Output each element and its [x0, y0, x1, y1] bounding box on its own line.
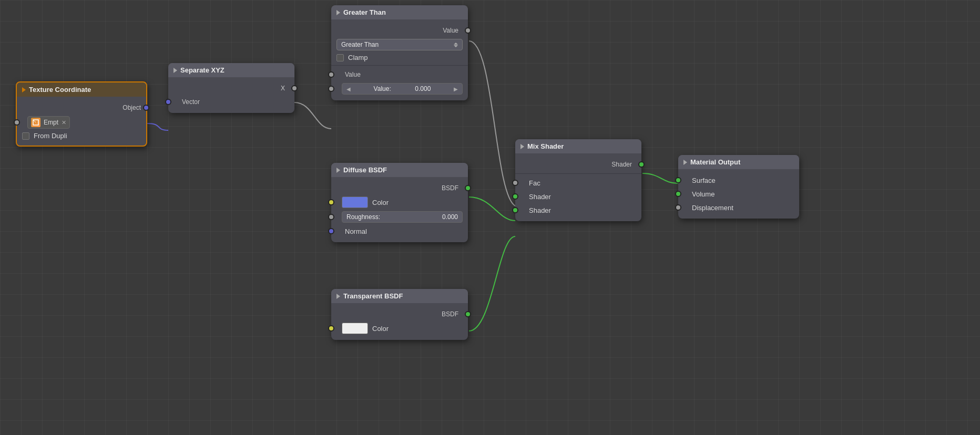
mix-shader-node: Mix Shader Shader Fac Shader Shader — [515, 139, 641, 221]
greater-than-title: Greater Than — [343, 8, 386, 16]
collapse-icon[interactable] — [173, 68, 177, 73]
collapse-icon[interactable] — [336, 168, 340, 173]
shader1-label: Shader — [529, 193, 551, 201]
arrow-down-icon — [454, 45, 458, 47]
normal-socket[interactable] — [328, 228, 334, 234]
input-vector-label: Vector — [182, 98, 289, 106]
output-value-row: Value — [331, 24, 468, 37]
collapse-icon[interactable] — [520, 144, 524, 149]
input-value-row: Value — [331, 68, 468, 81]
output-value-label: Value — [336, 27, 458, 34]
diffuse-bsdf-body: BSDF Color Roughness: 0.000 Normal — [331, 177, 468, 242]
from-dupli-label: From Dupli — [34, 132, 67, 140]
dropdown-label: Greater Than — [341, 41, 379, 48]
roughness-value: 0.000 — [442, 213, 458, 221]
diffuse-bsdf-header: Diffuse BSDF — [331, 163, 468, 177]
object-field[interactable]: Empt ✕ — [27, 116, 70, 129]
transparent-bsdf-title: Transparent BSDF — [343, 292, 403, 300]
output-bsdf-row: BSDF — [331, 181, 468, 195]
output-object-label: Object — [22, 104, 141, 111]
from-dupli-checkbox[interactable] — [22, 132, 29, 140]
value-field-socket[interactable] — [328, 86, 334, 92]
transparent-bsdf-body: BSDF Color — [331, 303, 468, 340]
displacement-socket[interactable] — [675, 204, 681, 211]
displacement-label: Displacement — [692, 204, 733, 212]
output-object-socket[interactable] — [143, 105, 149, 111]
output-bsdf-socket[interactable] — [465, 311, 471, 317]
value-field-row: ◀ Value: 0.000 ▶ — [331, 81, 468, 96]
operation-dropdown[interactable]: Greater Than — [336, 39, 463, 50]
separate-xyz-title: Separate XYZ — [180, 66, 224, 74]
material-output-title: Material Output — [690, 158, 740, 166]
object-icon — [31, 118, 40, 127]
roughness-socket[interactable] — [328, 214, 334, 220]
from-dupli-row: From Dupli — [17, 130, 146, 141]
object-clear-button[interactable]: ✕ — [62, 119, 66, 126]
transparent-bsdf-header: Transparent BSDF — [331, 289, 468, 303]
mix-shader-header: Mix Shader — [515, 139, 641, 153]
shader1-socket[interactable] — [512, 193, 518, 200]
color-label: Color — [372, 199, 389, 206]
diffuse-bsdf-node: Diffuse BSDF BSDF Color Roughness: 0.000… — [331, 163, 468, 242]
shader2-socket[interactable] — [512, 207, 518, 213]
mix-shader-body: Shader Fac Shader Shader — [515, 153, 641, 221]
surface-row: Surface — [678, 173, 799, 187]
output-bsdf-row: BSDF — [331, 307, 468, 321]
roughness-row: Roughness: 0.000 — [331, 210, 468, 224]
surface-label: Surface — [692, 177, 716, 184]
color-label: Color — [372, 325, 389, 333]
output-shader-row: Shader — [515, 158, 641, 171]
dropdown-arrows — [454, 43, 458, 47]
clamp-checkbox[interactable] — [336, 54, 344, 61]
value-field[interactable]: ◀ Value: 0.000 ▶ — [342, 83, 463, 95]
volume-socket[interactable] — [675, 191, 681, 197]
diffuse-bsdf-title: Diffuse BSDF — [343, 166, 387, 174]
greater-than-node: Greater Than Value Greater Than Clamp Va… — [331, 5, 468, 100]
fac-row: Fac — [515, 176, 641, 190]
collapse-icon[interactable] — [683, 160, 687, 165]
shader1-row: Shader — [515, 190, 641, 203]
clamp-label: Clamp — [348, 54, 368, 61]
color-swatch[interactable] — [342, 196, 368, 208]
displacement-row: Displacement — [678, 201, 799, 214]
arrow-up-icon — [454, 43, 458, 45]
color-swatch[interactable] — [342, 323, 368, 334]
surface-socket[interactable] — [675, 177, 681, 183]
output-x-label: X — [173, 85, 285, 92]
color-socket[interactable] — [328, 199, 334, 205]
output-shader-label: Shader — [520, 161, 632, 168]
shader2-label: Shader — [529, 206, 551, 214]
fac-label: Fac — [529, 179, 540, 187]
volume-label: Volume — [692, 190, 714, 198]
divider — [331, 65, 468, 66]
output-value-socket[interactable] — [465, 27, 471, 34]
dropdown-row: Greater Than — [331, 37, 468, 52]
value-field-label: Value: — [374, 85, 391, 92]
color-socket[interactable] — [328, 325, 334, 332]
output-bsdf-socket[interactable] — [465, 185, 471, 191]
collapse-icon[interactable] — [336, 10, 340, 15]
output-shader-socket[interactable] — [638, 161, 645, 168]
texture-coordinate-header: Texture Coordinate — [17, 82, 146, 97]
input-object-row: Empt ✕ — [17, 115, 146, 130]
material-output-node: Material Output Surface Volume Displacem… — [678, 155, 799, 219]
object-value-label: Empt — [44, 119, 58, 126]
value-arrow-right: ▶ — [454, 86, 458, 92]
collapse-icon[interactable] — [22, 87, 26, 92]
input-value-socket[interactable] — [328, 71, 334, 78]
shader2-row: Shader — [515, 203, 641, 217]
texture-coordinate-title: Texture Coordinate — [29, 86, 91, 94]
material-output-header: Material Output — [678, 155, 799, 169]
input-object-socket[interactable] — [14, 119, 20, 126]
normal-row: Normal — [331, 224, 468, 238]
input-value-label: Value — [345, 71, 463, 78]
collapse-icon[interactable] — [336, 294, 340, 299]
separate-xyz-header: Separate XYZ — [168, 63, 294, 77]
output-x-socket[interactable] — [291, 85, 298, 91]
separate-xyz-node: Separate XYZ X Vector — [168, 63, 294, 113]
fac-socket[interactable] — [512, 180, 518, 186]
roughness-label: Roughness: — [346, 213, 380, 221]
color-row: Color — [331, 321, 468, 336]
input-vector-socket[interactable] — [165, 99, 171, 105]
roughness-field[interactable]: Roughness: 0.000 — [342, 211, 463, 223]
